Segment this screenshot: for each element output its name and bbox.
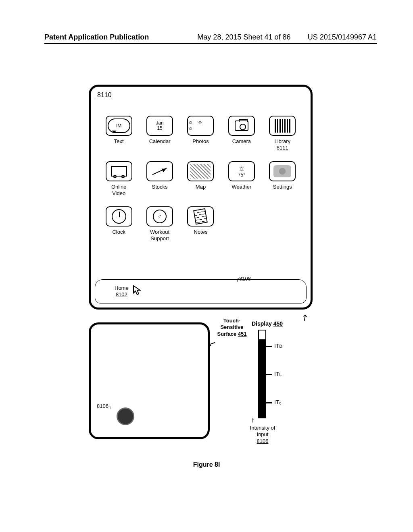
intensity-caption: Intensity ofInput8106 — [240, 425, 285, 445]
tick-label-it0: IT₀ — [274, 399, 282, 405]
app-label: Notes — [194, 229, 208, 235]
tick-itl — [266, 374, 272, 375]
tick-it0 — [266, 402, 272, 403]
app-photos[interactable]: ☺ ☺ ☺ Photos — [187, 116, 214, 152]
map-icon — [187, 161, 214, 181]
pub-number: US 2015/0149967 A1 — [308, 33, 377, 42]
settings-icon — [269, 161, 296, 181]
tick-label-itl: ITʟ — [274, 371, 282, 377]
library-icon — [269, 116, 296, 136]
app-label: WorkoutSupport — [150, 229, 169, 242]
camera-icon — [228, 116, 255, 136]
tick-itd — [266, 346, 272, 347]
app-camera[interactable]: Camera — [228, 116, 255, 152]
app-label: Map — [196, 184, 206, 190]
workout-icon: ♂ — [146, 206, 173, 227]
app-notes[interactable]: Notes — [187, 206, 214, 242]
gauge-fill — [259, 339, 265, 418]
app-label: Photos — [192, 138, 209, 145]
notes-icon — [187, 206, 214, 227]
figure-caption: Figure 8I — [0, 461, 413, 468]
app-online-video[interactable]: OnlineVideo — [106, 161, 132, 197]
cursor-icon — [133, 285, 142, 298]
app-label: Settings — [273, 184, 292, 190]
calendar-icon: Jan15 — [146, 116, 173, 136]
app-text[interactable]: IM Text — [106, 116, 132, 152]
app-label: Text — [114, 138, 124, 145]
app-label: Camera — [232, 138, 251, 145]
pub-type: Patent Application Publication — [44, 33, 149, 42]
app-settings[interactable]: Settings — [269, 161, 296, 197]
gauge-track — [258, 330, 266, 418]
display-device: 8110 IM Text Jan15 Calendar ☺ ☺ ☺ Photos… — [89, 85, 313, 310]
app-label: Stocks — [152, 184, 168, 190]
touch-sensitive-surface[interactable] — [89, 322, 210, 439]
touch-contact — [117, 407, 134, 425]
app-clock[interactable]: Clock — [106, 206, 132, 242]
photos-icon: ☺ ☺ ☺ — [187, 116, 214, 136]
app-stocks[interactable]: Stocks — [146, 161, 173, 197]
home-tab[interactable]: Home8102 — [115, 285, 129, 297]
intensity-gauge: ITᴅ ITʟ IT₀ ↑ Intensity ofInput8106 — [258, 330, 307, 438]
weather-icon: ☼75° — [228, 161, 255, 181]
page-header: Patent Application Publication May 28, 2… — [44, 33, 377, 44]
display-label: Display 450 — [252, 320, 283, 327]
app-weather[interactable]: ☼75° Weather — [228, 161, 255, 197]
app-label: Calendar — [149, 138, 171, 145]
touch-surface-label: Touch-SensitiveSurface 451 — [214, 318, 250, 337]
app-label: Weather — [232, 184, 251, 190]
stocks-icon — [146, 161, 173, 181]
text-icon: IM — [106, 116, 132, 136]
up-arrow-icon: ↑ — [251, 416, 254, 424]
ref-display-id: 8110 — [96, 91, 113, 99]
online-video-icon — [106, 161, 132, 181]
app-map[interactable]: Map — [187, 161, 214, 197]
app-grid: IM Text Jan15 Calendar ☺ ☺ ☺ Photos Came… — [100, 116, 301, 242]
app-label: Library8111 — [274, 138, 290, 152]
date-sheet: May 28, 2015 Sheet 41 of 86 — [197, 33, 290, 42]
app-library[interactable]: Library8111 — [269, 116, 296, 152]
leader-arrow-icon: ↗ — [298, 312, 311, 324]
app-label: OnlineVideo — [111, 184, 127, 197]
tick-label-itd: ITᴅ — [274, 343, 282, 349]
app-calendar[interactable]: Jan15 Calendar — [146, 116, 173, 152]
app-label: Clock — [112, 229, 125, 235]
leader-contact: 8106╮ — [97, 403, 112, 409]
app-workout[interactable]: ♂ WorkoutSupport — [146, 206, 173, 242]
clock-icon — [106, 206, 132, 227]
dock: Home8102 — [95, 279, 307, 303]
